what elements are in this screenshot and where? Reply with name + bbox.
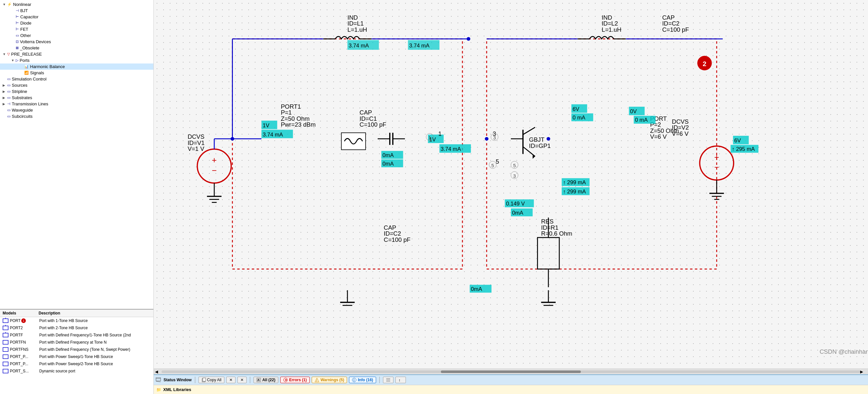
tree-item-obsolete[interactable]: ▶ ⊠ _Obsolete	[0, 45, 153, 51]
expand-icon-tl[interactable]: ▶	[3, 102, 7, 106]
tree-item-subcircuits[interactable]: ▶ ▭ Subcircuits	[0, 113, 153, 119]
scroll-left-btn[interactable]: ◀	[155, 369, 161, 374]
model-name-portfn: PORTFN	[10, 340, 39, 344]
svg-text:↑ 295 mA: ↑ 295 mA	[732, 146, 755, 152]
xml-folder-icon: 📁	[156, 388, 161, 392]
svg-line-153	[156, 381, 161, 382]
tree-item-signals[interactable]: ▶ 📶 Signals	[0, 70, 153, 76]
scroll-track[interactable]	[161, 370, 860, 373]
tree-item-stripline[interactable]: ▶ ▭ Stripline	[0, 88, 153, 95]
subcircuits-icon: ▭	[7, 114, 10, 118]
horizontal-scrollbar[interactable]: ◀ ▶	[154, 368, 868, 374]
svg-rect-151	[156, 377, 161, 381]
svg-text:!: !	[316, 379, 317, 382]
svg-rect-4	[3, 333, 8, 337]
all-badge-btn[interactable]: A All (22)	[253, 377, 278, 383]
copy-all-button[interactable]: Copy All	[198, 377, 224, 383]
list-view-btn[interactable]	[383, 377, 394, 383]
portf-model-icon	[3, 332, 8, 338]
diode-label: Diode	[20, 21, 31, 26]
tree-item-other[interactable]: ▶ ▭ Other	[0, 32, 153, 39]
waveguide-icon: ▭	[7, 108, 10, 112]
nonlinear-label: Nonlinear	[13, 2, 31, 7]
expand-icon-sources[interactable]: ▶	[3, 84, 7, 87]
tree-item-fet[interactable]: ▶ ⊢ FET	[0, 26, 153, 32]
portp2-model-icon	[3, 361, 8, 367]
svg-text:3.74 mA: 3.74 mA	[349, 42, 369, 49]
stripline-icon: ▭	[7, 89, 10, 94]
schematic-area[interactable]: IND ID=L1 L=1.uH IND ID=L2 L=1.uH	[154, 0, 868, 368]
tree-item-bjt[interactable]: ▶ ⊣ BJT	[0, 7, 153, 14]
expand-icon-nonlinear[interactable]: ▼	[3, 3, 7, 6]
substrates-icon: ▭	[7, 96, 10, 100]
scroll-right-btn[interactable]: ▶	[860, 369, 867, 374]
model-row-portp2[interactable]: PORT_P... Port with Power Sweep/2-Tone H…	[0, 360, 153, 367]
tree-item-transmission-lines[interactable]: ▶ ⊣ Transmission Lines	[0, 101, 153, 107]
svg-text:i: i	[353, 378, 354, 382]
nonlinear-icon: ⚡	[7, 2, 12, 6]
scroll-thumb[interactable]	[441, 370, 581, 373]
errors-badge-btn[interactable]: ✕ Errors (1)	[280, 377, 310, 383]
col-desc-header: Description	[39, 311, 151, 315]
schematic-canvas[interactable]: IND ID=L1 L=1.uH IND ID=L2 L=1.uH	[154, 0, 868, 368]
sort-icon: ↕	[398, 377, 403, 382]
close-btn-2[interactable]: ✕	[238, 377, 247, 383]
svg-text:✕: ✕	[284, 378, 287, 382]
ports-model-icon	[3, 368, 8, 374]
left-panel: ▼ ⚡ Nonlinear ▶ ⊣ BJT ▶ ⊢ Capacitor ▶	[0, 0, 154, 394]
tree-item-sim-control[interactable]: ▶ ▭ Simulation Control	[0, 76, 153, 82]
models-list[interactable]: PORT 1 Port with 1-Tone HB Source PORT2 …	[0, 317, 153, 394]
errors-badge-label: Errors (1)	[289, 377, 307, 382]
tree-item-waveguide[interactable]: ▶ ▭ Waveguide	[0, 107, 153, 113]
svg-text:−: −	[714, 163, 719, 172]
status-divider-1	[195, 377, 195, 383]
port1-badge: 1	[21, 319, 26, 323]
xml-panel[interactable]: 📁 XML Libraries	[154, 385, 868, 394]
svg-text:Pwr=23 dBm: Pwr=23 dBm	[281, 121, 316, 128]
tree-item-capacitor[interactable]: ▶ ⊢ Capacitor	[0, 14, 153, 20]
svg-text:0mA: 0mA	[383, 152, 394, 158]
tree-item-substrates[interactable]: ▶ ▭ Substrates	[0, 95, 153, 101]
tree-item-diode[interactable]: ▶ ⊢ Diode	[0, 20, 153, 26]
svg-text:0.149 V: 0.149 V	[506, 201, 525, 207]
svg-text:C=100 pF: C=100 pF	[662, 26, 689, 33]
sort-btn[interactable]: ↕	[395, 377, 406, 383]
tree-item-sources[interactable]: ▶ ▭ Sources	[0, 82, 153, 88]
volterra-icon: ⊡	[16, 39, 19, 44]
signals-icon: 📶	[24, 71, 29, 75]
other-label: Other	[20, 33, 31, 38]
model-row-ports[interactable]: PORT_S... Dynamic source port	[0, 367, 153, 375]
model-row-port2[interactable]: PORT2 Port with 2-Tone HB Source	[0, 324, 153, 332]
tree-item-pre-release[interactable]: ▼ ▽ PRE_RELEASE	[0, 51, 153, 57]
tree-item-volterra[interactable]: ▶ ⊡ Volterra Devices	[0, 39, 153, 45]
model-desc-portfns: Port with Defined Frequency (Tone N, Swe…	[39, 347, 151, 352]
svg-text:↑ 299 mA: ↑ 299 mA	[563, 188, 586, 195]
model-row-portfn[interactable]: PORTFN Port with Defined Frequency at To…	[0, 339, 153, 346]
model-row-portf[interactable]: PORTF Port with Defined Frequency/1-Tone…	[0, 332, 153, 339]
svg-text:+: +	[714, 152, 719, 162]
tl-label: Transmission Lines	[12, 101, 49, 107]
expand-icon-stripline[interactable]: ▶	[3, 90, 7, 93]
volterra-label: Volterra Devices	[20, 39, 51, 44]
model-row-port1[interactable]: PORT 1 Port with 1-Tone HB Source	[0, 317, 153, 324]
model-name-port1: PORT 1	[10, 319, 39, 323]
expand-icon-substrates[interactable]: ▶	[3, 96, 7, 99]
expand-icon-pre[interactable]: ▼	[3, 52, 7, 56]
svg-rect-10	[3, 369, 8, 373]
model-name-portp2: PORT_P...	[10, 362, 39, 366]
warnings-badge-btn[interactable]: ! Warnings (5)	[312, 377, 347, 383]
tree-item-harmonic-balance[interactable]: ▶ 📊 Harmonic Balance	[0, 63, 153, 70]
obsolete-label: _Obsolete	[20, 46, 39, 51]
close-btn-1[interactable]: ✕	[226, 377, 236, 383]
svg-text:L=1.uH: L=1.uH	[347, 26, 367, 33]
expand-icon-ports[interactable]: ▼	[11, 59, 16, 62]
svg-text:C=100 pF: C=100 pF	[360, 121, 386, 128]
tree-item-ports[interactable]: ▼ ▷ Ports	[0, 57, 153, 63]
info-badge-btn[interactable]: i Info (16)	[349, 377, 376, 383]
col-model-header: Models	[3, 311, 39, 315]
tree-item-nonlinear[interactable]: ▼ ⚡ Nonlinear	[0, 1, 153, 7]
component-tree[interactable]: ▼ ⚡ Nonlinear ▶ ⊣ BJT ▶ ⊢ Capacitor ▶	[0, 0, 153, 309]
model-row-portfns[interactable]: PORTFNS Port with Defined Frequency (Ton…	[0, 346, 153, 353]
model-row-portp1[interactable]: PORT_P... Port with Power Sweep/1-Tone H…	[0, 353, 153, 360]
svg-text:↑ 299 mA: ↑ 299 mA	[563, 179, 586, 186]
